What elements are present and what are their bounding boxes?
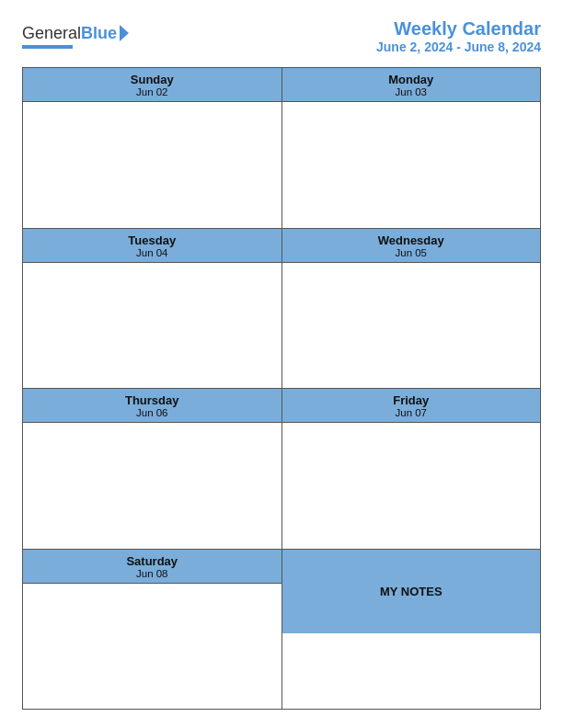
friday-name: Friday <box>286 393 537 407</box>
monday-date: Jun 03 <box>286 86 537 97</box>
thursday-header: Thursday Jun 06 <box>23 389 282 423</box>
calendar-dates: June 2, 2024 - June 8, 2024 <box>376 40 541 54</box>
sunday-cell: Sunday Jun 02 <box>23 68 282 228</box>
logo-underline <box>22 45 73 49</box>
sunday-name: Sunday <box>27 73 278 86</box>
thursday-date: Jun 06 <box>27 407 278 418</box>
saturday-cell: Saturday Jun 08 <box>23 550 282 710</box>
notes-cell: MY NOTES <box>282 550 541 710</box>
monday-name: Monday <box>286 73 537 86</box>
calendar-row-1: Sunday Jun 02 Monday Jun 03 <box>23 68 540 229</box>
saturday-header: Saturday Jun 08 <box>23 550 282 584</box>
wednesday-date: Jun 05 <box>286 247 537 258</box>
wednesday-cell: Wednesday Jun 05 <box>282 229 541 389</box>
sunday-body <box>23 102 282 228</box>
friday-header: Friday Jun 07 <box>282 389 541 423</box>
tuesday-name: Tuesday <box>27 233 278 247</box>
tuesday-header: Tuesday Jun 04 <box>23 229 282 263</box>
calendar-row-3: Thursday Jun 06 Friday Jun 07 <box>23 389 540 550</box>
monday-body <box>282 102 541 228</box>
saturday-date: Jun 08 <box>27 568 278 579</box>
friday-cell: Friday Jun 07 <box>282 389 541 549</box>
wednesday-name: Wednesday <box>286 233 537 247</box>
wednesday-header: Wednesday Jun 05 <box>282 229 541 263</box>
logo: General Blue <box>22 24 134 49</box>
notes-label: MY NOTES <box>380 585 442 598</box>
page: General Blue Weekly Calendar June 2, 202… <box>0 0 563 728</box>
calendar-row-2: Tuesday Jun 04 Wednesday Jun 05 <box>23 229 540 390</box>
thursday-cell: Thursday Jun 06 <box>23 389 282 549</box>
monday-cell: Monday Jun 03 <box>282 68 541 228</box>
sunday-header: Sunday Jun 02 <box>23 68 282 102</box>
thursday-body <box>23 423 282 549</box>
monday-header: Monday Jun 03 <box>282 68 541 102</box>
title-block: Weekly Calendar June 2, 2024 - June 8, 2… <box>376 18 541 54</box>
header: General Blue Weekly Calendar June 2, 202… <box>22 18 541 54</box>
friday-body <box>282 423 541 549</box>
logo-blue: Blue <box>81 24 117 43</box>
calendar-grid: Sunday Jun 02 Monday Jun 03 Tuesday Jun … <box>22 67 541 710</box>
svg-marker-0 <box>120 25 129 41</box>
saturday-name: Saturday <box>27 554 278 568</box>
tuesday-body <box>23 263 282 389</box>
tuesday-date: Jun 04 <box>27 247 278 258</box>
sunday-date: Jun 02 <box>27 86 278 97</box>
calendar-row-4: Saturday Jun 08 MY NOTES <box>23 550 540 710</box>
wednesday-body <box>282 263 541 389</box>
notes-header: MY NOTES <box>282 550 541 633</box>
tuesday-cell: Tuesday Jun 04 <box>23 229 282 389</box>
calendar-title: Weekly Calendar <box>376 18 541 40</box>
thursday-name: Thursday <box>27 393 278 407</box>
notes-body <box>282 633 541 709</box>
logo-arrow-icon <box>120 25 134 45</box>
logo-general: General <box>22 24 81 43</box>
friday-date: Jun 07 <box>286 407 537 418</box>
saturday-body <box>23 584 282 710</box>
